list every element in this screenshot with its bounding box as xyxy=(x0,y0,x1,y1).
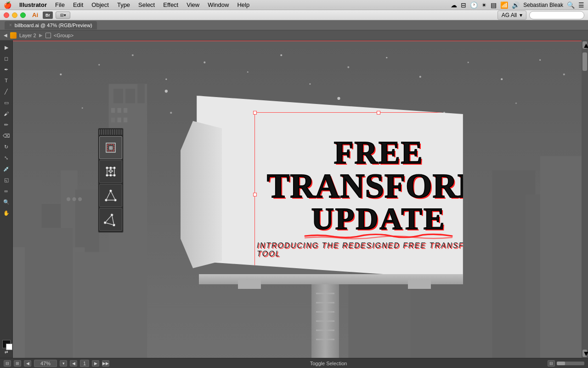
main-layout: ▶ ◻ ✒ T ╱ ▭ 🖌 ✏ ⌫ ↻ ⤡ 💉 ◱ ∞ 🔍 ✋ ⇄ xyxy=(0,40,588,358)
svg-point-27 xyxy=(132,54,134,56)
reshape-tool-btn[interactable] xyxy=(99,184,122,207)
search-input[interactable] xyxy=(529,11,584,19)
prev-artboard-btn[interactable]: ◀ xyxy=(24,360,31,367)
transform-handles-btn[interactable]: ✥ xyxy=(99,160,122,183)
menu-item-help[interactable]: Help xyxy=(234,0,253,9)
svg-point-28 xyxy=(165,79,167,80)
svg-point-39 xyxy=(563,74,565,75)
selection-handle-mr[interactable] xyxy=(500,193,504,196)
pencil-tool[interactable]: ✏ xyxy=(1,120,11,130)
creative-cloud-icon: ☁ xyxy=(451,1,457,9)
artboard-number-display: 1 xyxy=(80,360,89,367)
svg-point-32 xyxy=(309,83,311,85)
vertical-scrollbar[interactable]: ▲ ▼ xyxy=(582,40,588,358)
menu-item-window[interactable]: Window xyxy=(204,0,232,9)
artboard-prev-btn[interactable]: ◀ xyxy=(70,360,77,367)
svg-point-71 xyxy=(110,190,112,192)
panel-drag-handle[interactable] xyxy=(99,129,122,135)
type-tool[interactable]: T xyxy=(1,75,11,86)
swap-fill-stroke-icon[interactable]: ⇄ xyxy=(5,350,8,354)
billboard-subtext: INTRODUCING THE REDESIGNED FREE TRANSFOR… xyxy=(257,242,500,258)
rectangle-tool[interactable]: ▭ xyxy=(1,98,11,108)
search-icon[interactable]: 🔍 xyxy=(567,1,575,9)
menu-item-file[interactable]: File xyxy=(52,0,68,9)
eraser-tool[interactable]: ⌫ xyxy=(1,131,11,141)
scrollbar-thumb[interactable] xyxy=(582,52,587,71)
menu-item-select[interactable]: Select xyxy=(135,0,158,9)
free-transform-tool-btn[interactable]: ⊞ xyxy=(99,136,122,159)
menu-item-view[interactable]: View xyxy=(183,0,203,9)
billboard-line2-text: Transform xyxy=(267,169,490,203)
ag-dropdown[interactable]: AG All ▾ xyxy=(498,11,526,20)
artboard-last-btn[interactable]: ▶▶ xyxy=(102,360,109,367)
svg-point-50 xyxy=(72,197,76,201)
zoom-tool[interactable]: 🔍 xyxy=(1,197,11,207)
zoom-options-btn[interactable]: ▾ xyxy=(60,360,67,367)
gradient-tool[interactable]: ◱ xyxy=(1,175,11,185)
menu-item-type[interactable]: Type xyxy=(114,0,133,9)
menu-item-effect[interactable]: Effect xyxy=(160,0,181,9)
svg-point-38 xyxy=(539,59,541,61)
pen-tool[interactable]: ✒ xyxy=(1,64,11,75)
warp-tool-btn[interactable] xyxy=(99,208,122,231)
svg-rect-10 xyxy=(117,108,121,113)
zoom-input[interactable]: 47% xyxy=(34,360,57,367)
minimize-button[interactable] xyxy=(12,12,17,18)
maximize-button[interactable] xyxy=(20,12,26,18)
menu-item-edit[interactable]: Edit xyxy=(70,0,86,9)
menu-item-illustrator[interactable]: Illustrator xyxy=(16,0,50,9)
direct-selection-tool[interactable]: ◻ xyxy=(1,53,11,63)
bottom-toggle-btn[interactable]: ⊟ xyxy=(4,360,11,367)
scale-tool[interactable]: ⤡ xyxy=(1,153,11,163)
selection-handle-tr[interactable] xyxy=(500,111,504,115)
apple-menu-icon[interactable]: 🍎 xyxy=(4,1,11,9)
svg-point-35 xyxy=(419,76,421,78)
billboard-line1-text: Free xyxy=(334,137,424,169)
svg-point-73 xyxy=(105,199,107,201)
float-transform-panel: ⊞ ✥ xyxy=(98,128,124,233)
blend-tool[interactable]: ∞ xyxy=(1,186,11,196)
svg-text:⊞: ⊞ xyxy=(109,145,113,150)
artboard-next-btn[interactable]: ▶ xyxy=(92,360,99,367)
scrollbar-up-btn[interactable]: ▲ xyxy=(582,41,587,49)
breadcrumb-back-arrow[interactable]: ◀ xyxy=(4,33,7,38)
username-label: Sebastian Bleak xyxy=(523,2,563,8)
selection-handle-tl[interactable] xyxy=(253,111,257,115)
selection-handle-br[interactable] xyxy=(500,275,504,278)
svg-point-31 xyxy=(280,54,282,56)
bottom-layers-btn[interactable]: ⊞ xyxy=(14,360,21,367)
left-toolbar: ▶ ◻ ✒ T ╱ ▭ 🖌 ✏ ⌫ ↻ ⤡ 💉 ◱ ∞ 🔍 ✋ ⇄ xyxy=(0,40,13,358)
document-tab[interactable]: × billboard.ai @ 47% (RGB/Preview) xyxy=(5,21,97,29)
bridge-button[interactable]: Br xyxy=(43,12,53,19)
fill-color[interactable] xyxy=(2,340,11,348)
svg-point-29 xyxy=(204,62,205,63)
doc-setup-btn[interactable]: ⊟ xyxy=(548,360,555,367)
eyedropper-tool[interactable]: 💉 xyxy=(1,164,11,174)
billboard-board: Free Transform Update INTRODUCING THE RE… xyxy=(197,96,463,280)
close-icon[interactable]: × xyxy=(9,23,12,28)
menu-item-object[interactable]: Object xyxy=(88,0,112,9)
menu-bar: 🍎 Illustrator File Edit Object Type Sele… xyxy=(0,0,588,10)
hand-tool[interactable]: ✋ xyxy=(1,208,11,218)
document-tabs: × billboard.ai @ 47% (RGB/Preview) xyxy=(0,20,588,30)
selection-handle-ml[interactable] xyxy=(253,193,257,196)
svg-text:✥: ✥ xyxy=(108,167,113,175)
menu-icon[interactable]: ☰ xyxy=(578,1,584,9)
scrollbar-down-btn[interactable]: ▼ xyxy=(582,350,587,357)
selection-handle-tc[interactable] xyxy=(377,111,380,115)
svg-point-34 xyxy=(386,57,387,58)
selection-tool[interactable]: ▶ xyxy=(1,42,11,52)
close-button[interactable] xyxy=(4,12,9,18)
workspace-switcher[interactable]: ⊟▾ xyxy=(56,12,70,19)
billboard-container: Free Transform Update INTRODUCING THE RE… xyxy=(155,96,504,353)
svg-point-66 xyxy=(113,174,116,177)
line-tool[interactable]: ╱ xyxy=(1,86,11,97)
paintbrush-tool[interactable]: 🖌 xyxy=(1,109,11,119)
rotate-tool[interactable]: ↻ xyxy=(1,142,11,152)
doc-tab-label: billboard.ai @ 47% (RGB/Preview) xyxy=(15,23,92,28)
svg-rect-21 xyxy=(25,228,73,358)
billboard-support-left xyxy=(238,280,261,289)
bottom-bar: ⊟ ⊞ ◀ 47% ▾ ◀ 1 ▶ ▶▶ Toggle Selection ⊟ xyxy=(0,358,588,368)
svg-rect-8 xyxy=(137,84,145,104)
canvas-area[interactable]: Free Transform Update INTRODUCING THE RE… xyxy=(13,40,588,358)
